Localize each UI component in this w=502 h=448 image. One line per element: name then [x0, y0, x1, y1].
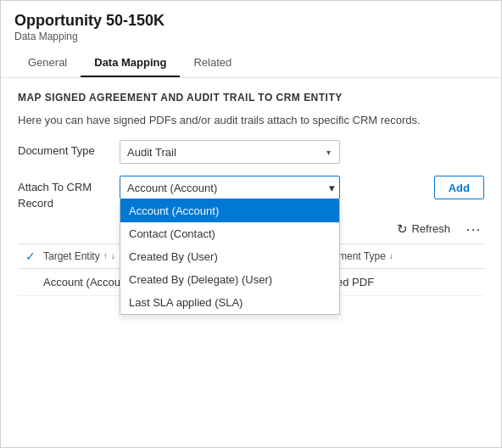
dropdown-option-contact[interactable]: Contact (Contact) [120, 222, 339, 245]
attach-dropdown-list: Account (Account) Contact (Contact) Crea… [120, 199, 340, 315]
table-header-document-type[interactable]: Document Type ↓ [315, 250, 484, 262]
add-button[interactable]: Add [434, 176, 484, 199]
attach-dropdown-container: Account (Account) ▾ Account (Account) Co… [120, 176, 340, 199]
attach-dropdown-value: Account (Account) [127, 182, 217, 194]
attach-dropdown-selected[interactable]: Account (Account) ▾ [120, 176, 340, 199]
more-options-button[interactable]: ⋯ [462, 220, 484, 238]
more-icon: ⋯ [466, 221, 481, 238]
document-type-select[interactable]: Audit Trail Signed PDF [120, 140, 340, 164]
document-type-label: Document Type [18, 140, 120, 157]
sort-up-icon: ↑ [103, 251, 108, 260]
dropdown-option-last-sla[interactable]: Last SLA applied (SLA) [120, 291, 339, 314]
table-check-col-header: ✓ [18, 249, 43, 263]
tab-bar: General Data Mapping Related [14, 49, 488, 77]
dropdown-option-account[interactable]: Account (Account) [120, 199, 339, 222]
doctype-sort-down-icon: ↓ [389, 251, 393, 260]
table-cell-document-type: Signed PDF [315, 276, 484, 288]
page-subtitle: Data Mapping [14, 31, 488, 42]
tab-related[interactable]: Related [180, 49, 245, 77]
refresh-label: Refresh [411, 222, 450, 235]
content-area: MAP SIGNED AGREEMENT AND AUDIT TRAIL TO … [1, 78, 501, 309]
dropdown-option-created-by-delegate[interactable]: Created By (Delegate) (User) [120, 268, 339, 291]
refresh-icon: ↻ [397, 221, 408, 237]
sort-down-icon: ↓ [111, 251, 115, 260]
tab-general[interactable]: General [14, 49, 81, 77]
attach-crm-label: Attach To CRM Record [18, 176, 120, 210]
attach-crm-row: Attach To CRM Record Account (Account) ▾… [18, 176, 484, 210]
tab-data-mapping[interactable]: Data Mapping [81, 49, 180, 77]
section-description: Here you can have signed PDFs and/or aud… [18, 114, 484, 126]
main-window: Opportunity 50-150K Data Mapping General… [0, 0, 502, 448]
header: Opportunity 50-150K Data Mapping General… [1, 1, 501, 78]
document-type-row: Document Type Audit Trail Signed PDF ▾ [18, 140, 484, 164]
refresh-button[interactable]: ↻ Refresh [392, 218, 455, 240]
checkmark-icon: ✓ [25, 249, 36, 263]
attach-crm-control: Account (Account) ▾ Account (Account) Co… [120, 176, 427, 199]
section-title: MAP SIGNED AGREEMENT AND AUDIT TRAIL TO … [18, 92, 484, 104]
attach-dropdown-chevron-icon: ▾ [329, 182, 335, 194]
document-type-control: Audit Trail Signed PDF ▾ [120, 140, 484, 164]
page-title: Opportunity 50-150K [14, 11, 488, 31]
dropdown-option-created-by[interactable]: Created By (User) [120, 245, 339, 268]
